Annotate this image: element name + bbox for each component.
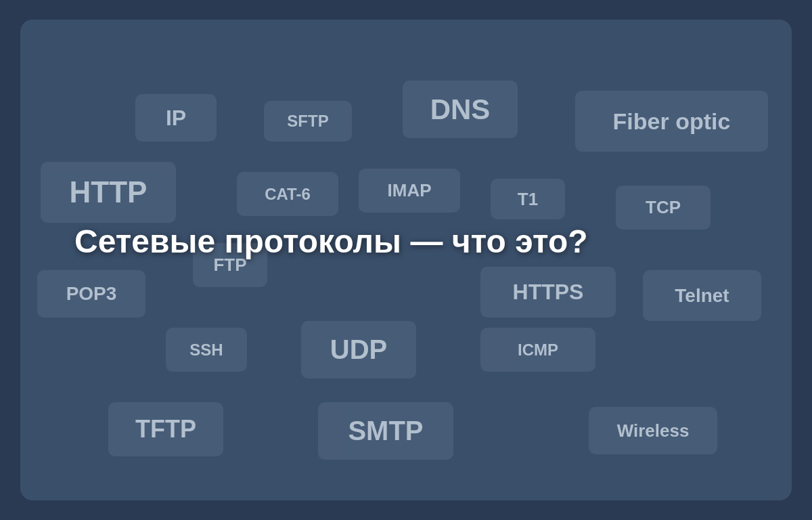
tag-tcp: TCP xyxy=(616,186,710,230)
tag-fiber: Fiber optic xyxy=(575,91,768,152)
tag-t1: T1 xyxy=(491,179,565,219)
tag-cat6: CAT-6 xyxy=(237,172,338,216)
tag-ip: IP xyxy=(135,94,217,142)
tag-telnet: Telnet xyxy=(643,270,761,321)
tag-icmp: ICMP xyxy=(480,328,595,372)
tag-ssh: SSH xyxy=(166,328,247,372)
tag-dns: DNS xyxy=(403,81,518,138)
tag-wireless: Wireless xyxy=(589,407,717,454)
page-title: Сетевые протоколы — что это? xyxy=(74,223,588,260)
tag-udp: UDP xyxy=(301,321,416,378)
tag-pop3: POP3 xyxy=(37,270,145,318)
tag-sftp: SFTP xyxy=(264,101,352,142)
tag-tftp: TFTP xyxy=(108,402,223,456)
tag-imap: IMAP xyxy=(359,169,460,213)
tag-smtp: SMTP xyxy=(318,402,453,460)
main-container: IPSFTPDNSFiber opticHTTPCAT-6IMAPT1TCPFT… xyxy=(20,20,792,500)
tag-https: HTTPS xyxy=(480,267,616,318)
tag-http: HTTP xyxy=(41,162,176,223)
